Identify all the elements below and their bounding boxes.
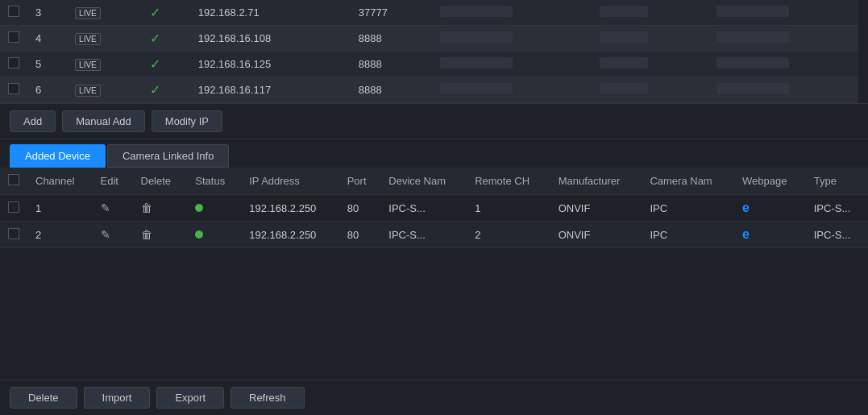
select-all-checkbox[interactable]: [8, 174, 19, 185]
row-checkbox[interactable]: [8, 57, 19, 68]
delete-button[interactable]: Delete: [10, 387, 77, 409]
row-blurred-2: [592, 26, 708, 52]
added-row-channel: 2: [27, 222, 93, 248]
added-row-webpage: e: [734, 195, 806, 222]
webpage-icon[interactable]: e: [742, 227, 750, 241]
added-row-ip: 192.168.2.250: [241, 222, 338, 248]
row-ip: 192.168.16.125: [190, 52, 351, 77]
added-row-status: [187, 222, 241, 248]
added-row-checkbox[interactable]: [8, 201, 19, 213]
row-blurred-1: [432, 52, 592, 77]
added-row-delete-cell: 🗑: [133, 195, 188, 222]
added-row-remote-ch: 2: [467, 222, 550, 248]
edit-icon[interactable]: ✎: [101, 201, 110, 214]
row-channel: 4: [27, 26, 67, 52]
added-row-checkbox[interactable]: [8, 228, 19, 239]
added-table-row: 2 ✎ 🗑 192.168.2.250 80 IPC-S... 2 ONVIF …: [0, 222, 868, 248]
status-header: Status: [187, 168, 241, 195]
row-status-check: ✓: [142, 77, 190, 103]
added-row-manufacturer: ONVIF: [550, 195, 642, 222]
port-header: Port: [339, 168, 381, 195]
row-ip: 192.168.16.117: [190, 77, 351, 103]
remote-ch-header: Remote CH: [467, 168, 550, 195]
tab-added-device[interactable]: Added Device: [10, 144, 106, 168]
delete-header: Delete: [133, 168, 188, 195]
manufacturer-header: Manufacturer: [550, 168, 642, 195]
added-row-camera-name: IPC: [642, 222, 734, 248]
row-checkbox-cell: [0, 52, 27, 77]
row-status-check: ✓: [142, 52, 190, 77]
channel-header: Channel: [27, 168, 93, 195]
edit-header: Edit: [93, 168, 133, 195]
added-row-type: IPC-S...: [806, 195, 868, 222]
row-port: 8888: [351, 77, 432, 103]
row-checkbox-cell: [0, 26, 27, 52]
added-row-port: 80: [339, 195, 381, 222]
row-checkbox-cell: [0, 0, 27, 26]
added-row-checkbox-cell: [0, 195, 27, 222]
row-status-check: ✓: [142, 26, 190, 52]
tab-camera-linked-info[interactable]: Camera Linked Info: [107, 144, 229, 168]
added-row-camera-name: IPC: [642, 195, 734, 222]
row-blurred-1: [432, 77, 592, 103]
added-devices-area: Channel Edit Delete Status IP Address Po…: [0, 168, 868, 415]
bottom-bar: Delete Import Export Refresh: [0, 380, 868, 415]
scanned-table-row: 6 LIVE ✓ 192.168.16.117 8888: [0, 77, 868, 103]
row-checkbox[interactable]: [8, 6, 19, 17]
tabs-bar: Added Device Camera Linked Info: [0, 139, 868, 168]
row-live-badge: LIVE: [67, 26, 142, 52]
webpage-icon[interactable]: e: [742, 201, 750, 214]
row-port: 8888: [351, 52, 432, 77]
delete-icon[interactable]: 🗑: [141, 228, 152, 241]
row-blurred-3: [708, 52, 868, 77]
row-blurred-2: [592, 77, 708, 103]
row-channel: 6: [27, 77, 67, 103]
action-bar: Add Manual Add Modify IP: [0, 104, 868, 139]
status-indicator: [195, 204, 203, 212]
scrollbar[interactable]: [858, 0, 868, 103]
added-row-ip: 192.168.2.250: [241, 195, 338, 222]
camera-name-header: Camera Nam: [642, 168, 734, 195]
main-container: 3 LIVE ✓ 192.168.2.71 37777 4 LIVE ✓ 192…: [0, 0, 868, 415]
row-port: 37777: [351, 0, 432, 26]
delete-icon[interactable]: 🗑: [141, 201, 152, 214]
modify-ip-button[interactable]: Modify IP: [152, 110, 222, 132]
status-indicator: [195, 230, 203, 239]
scanned-table: 3 LIVE ✓ 192.168.2.71 37777 4 LIVE ✓ 192…: [0, 0, 868, 103]
added-row-webpage: e: [734, 222, 806, 248]
row-ip: 192.168.2.71: [190, 0, 351, 26]
added-row-edit-cell: ✎: [93, 222, 133, 248]
row-port: 8888: [351, 26, 432, 52]
added-row-type: IPC-S...: [806, 222, 868, 248]
manual-add-button[interactable]: Manual Add: [62, 110, 145, 132]
select-all-header: [0, 168, 27, 195]
added-row-remote-ch: 1: [467, 195, 550, 222]
export-button[interactable]: Export: [156, 387, 224, 409]
webpage-header: Webpage: [734, 168, 806, 195]
added-devices-table: Channel Edit Delete Status IP Address Po…: [0, 168, 868, 248]
added-row-delete-cell: 🗑: [133, 222, 188, 248]
row-blurred-1: [432, 0, 592, 26]
refresh-button[interactable]: Refresh: [230, 387, 305, 409]
added-row-edit-cell: ✎: [93, 195, 133, 222]
added-row-port: 80: [339, 222, 381, 248]
scanned-table-row: 3 LIVE ✓ 192.168.2.71 37777: [0, 0, 868, 26]
scanned-table-row: 5 LIVE ✓ 192.168.16.125 8888: [0, 52, 868, 77]
added-row-checkbox-cell: [0, 222, 27, 248]
type-header: Type: [806, 168, 868, 195]
row-live-badge: LIVE: [67, 52, 142, 77]
import-button[interactable]: Import: [84, 387, 151, 409]
row-live-badge: LIVE: [67, 77, 142, 103]
row-blurred-2: [592, 0, 708, 26]
add-button[interactable]: Add: [10, 110, 56, 132]
added-row-channel: 1: [27, 195, 93, 222]
row-checkbox[interactable]: [8, 31, 19, 43]
row-blurred-3: [708, 0, 868, 26]
edit-icon[interactable]: ✎: [101, 228, 110, 241]
row-status-check: ✓: [142, 0, 190, 26]
added-row-device-name: IPC-S...: [380, 222, 467, 248]
scanned-devices-area: 3 LIVE ✓ 192.168.2.71 37777 4 LIVE ✓ 192…: [0, 0, 868, 104]
row-ip: 192.168.16.108: [190, 26, 351, 52]
added-row-device-name: IPC-S...: [380, 195, 467, 222]
row-checkbox[interactable]: [8, 83, 19, 94]
